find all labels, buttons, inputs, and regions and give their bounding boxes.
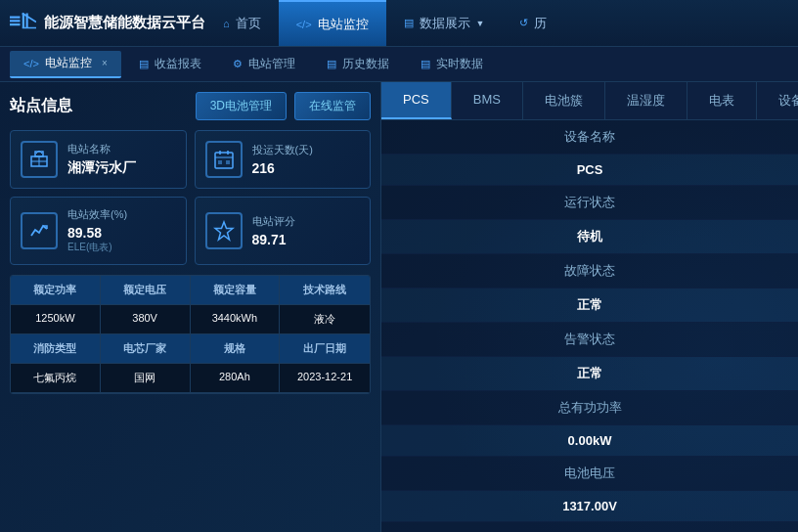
left-panel: 站点信息 3D电池管理 在线监管 电站名称: [0, 82, 381, 532]
efficiency-icon: [21, 212, 58, 249]
home-icon: ⌂: [223, 18, 230, 29]
tab-gear-icon: ⚙: [233, 58, 243, 70]
tab-station-management[interactable]: ⚙ 电站管理: [219, 51, 309, 78]
efficiency-value: 89.58: [67, 225, 176, 241]
score-icon: [205, 212, 243, 249]
specs-v5: 七氟丙烷: [11, 364, 101, 393]
specs-h3: 额定容量: [191, 276, 281, 305]
top-navigation: 能源智慧储能数据云平台 ⌂ 首页 </> 电站监控 ▤ 数据展示 ▼ ↺ 历: [0, 0, 798, 47]
panel-title: 站点信息: [10, 96, 72, 116]
data-row-2: 运行状态: [381, 186, 798, 220]
tab-code-icon: </>: [23, 58, 39, 69]
tab-station-monitor-label: 电站监控: [45, 55, 92, 71]
right-tab-meter[interactable]: 电表: [687, 82, 757, 119]
tab-station-monitor[interactable]: </> 电站监控 ×: [10, 51, 121, 78]
specs-v6: 国网: [101, 364, 191, 393]
score-value: 89.71: [252, 232, 361, 247]
days-card: 投运天数(天) 216: [195, 130, 372, 189]
right-tab-device[interactable]: 设备: [757, 82, 798, 119]
data-row-3: 待机: [381, 220, 798, 254]
days-icon: [205, 141, 243, 178]
efficiency-content: 电站效率(%) 89.58 ELE(电表): [67, 207, 176, 254]
data-row-8: 总有功功率: [381, 391, 798, 425]
code-icon: </>: [296, 19, 312, 30]
efficiency-label: 电站效率(%): [67, 207, 176, 222]
svg-rect-1: [10, 20, 21, 22]
close-icon[interactable]: ×: [102, 58, 108, 68]
specs-h4: 技术路线: [280, 276, 370, 305]
svg-rect-0: [10, 16, 21, 18]
tab-revenue-report-label: 收益报表: [155, 56, 201, 72]
score-content: 电站评分 89.71: [252, 214, 361, 247]
nav-data-display[interactable]: ▤ 数据展示 ▼: [386, 0, 503, 46]
info-cards: 电站名称 湘潭污水厂 投运天数(天): [10, 130, 371, 265]
specs-v8: 2023-12-21: [280, 364, 370, 393]
score-card: 电站评分 89.71: [195, 197, 372, 265]
tab-realtime-data-label: 实时数据: [436, 56, 483, 72]
specs-v2: 380V: [101, 305, 191, 334]
efficiency-sub: ELE(电表): [67, 241, 176, 254]
logo-area: 能源智慧储能数据云平台: [10, 10, 205, 37]
data-row-0: 设备名称: [381, 120, 798, 155]
specs-v1: 1250kW: [11, 305, 101, 334]
score-label: 电站评分: [252, 214, 361, 229]
svg-marker-17: [215, 222, 233, 240]
history-icon: ↺: [519, 17, 528, 29]
station-name-label: 电站名称: [67, 142, 176, 156]
logo-text: 能源智慧储能数据云平台: [44, 14, 205, 32]
station-name-content: 电站名称 湘潭污水厂: [67, 142, 176, 177]
tab-realtime-icon: ▤: [421, 58, 430, 70]
right-tab-battery-cluster-label: 电池簇: [545, 93, 583, 108]
svg-rect-11: [215, 153, 233, 168]
specs-h1: 额定功率: [11, 276, 101, 305]
tab-station-management-label: 电站管理: [248, 56, 295, 72]
nav-history-label: 历: [534, 15, 547, 32]
nav-data-display-label: 数据展示: [420, 15, 470, 32]
nav-history[interactable]: ↺ 历: [502, 0, 564, 46]
specs-data-row2: 七氟丙烷 国网 280Ah 2023-12-21: [11, 364, 370, 393]
3d-battery-btn[interactable]: 3D电池管理: [196, 92, 287, 120]
days-content: 投运天数(天) 216: [252, 143, 361, 176]
svg-rect-2: [10, 23, 21, 25]
specs-h5: 消防类型: [11, 334, 101, 364]
days-label: 投运天数(天): [252, 143, 361, 157]
data-row-9: 0.00kW: [381, 425, 798, 457]
right-tab-meter-label: 电表: [709, 93, 734, 108]
specs-v7: 280Ah: [191, 364, 281, 393]
tab-doc-icon: ▤: [139, 58, 149, 70]
chevron-down-icon: ▼: [476, 19, 485, 28]
station-name-value: 湘潭污水厂: [67, 159, 176, 177]
specs-h2: 额定电压: [101, 276, 191, 305]
nav-station-monitor[interactable]: </> 电站监控: [279, 0, 386, 46]
data-row-6: 告警状态: [381, 323, 798, 357]
specs-table: 额定功率 额定电压 额定容量 技术路线 1250kW 380V 3440kWh …: [10, 275, 371, 394]
right-tab-pcs-label: PCS: [403, 92, 429, 107]
station-icon: [21, 141, 58, 178]
specs-data-row1: 1250kW 380V 3440kWh 液冷: [11, 305, 370, 334]
right-tab-temp-humidity[interactable]: 温湿度: [605, 82, 687, 119]
nav-home-label: 首页: [236, 15, 261, 32]
right-tab-battery-cluster[interactable]: 电池簇: [523, 82, 605, 119]
right-tab-pcs[interactable]: PCS: [381, 82, 452, 119]
right-tab-bms[interactable]: BMS: [452, 82, 523, 119]
data-row-11: 1317.00V: [381, 491, 798, 522]
right-tab-temp-humidity-label: 温湿度: [627, 93, 665, 108]
second-navigation: </> 电站监控 × ▤ 收益报表 ⚙ 电站管理 ▤ 历史数据 ▤ 实时数据: [0, 47, 798, 82]
tab-revenue-report[interactable]: ▤ 收益报表: [125, 51, 215, 78]
data-row-5: 正常: [381, 288, 798, 323]
specs-h6: 电芯厂家: [101, 334, 191, 364]
data-row-7: 正常: [381, 357, 798, 391]
data-row-12: 直流电流: [381, 522, 798, 532]
nav-home[interactable]: ⌂ 首页: [205, 0, 279, 46]
right-tab-device-label: 设备: [778, 93, 798, 108]
efficiency-card: 电站效率(%) 89.58 ELE(电表): [10, 197, 187, 265]
specs-v4: 液冷: [280, 305, 370, 334]
panel-header: 站点信息 3D电池管理 在线监管: [10, 92, 371, 120]
tab-realtime-data[interactable]: ▤ 实时数据: [407, 51, 497, 78]
online-monitor-btn[interactable]: 在线监管: [294, 92, 371, 120]
station-name-card: 电站名称 湘潭污水厂: [10, 130, 187, 189]
tab-history-data[interactable]: ▤ 历史数据: [313, 51, 403, 78]
specs-h8: 出厂日期: [280, 334, 370, 364]
nav-station-monitor-label: 电站监控: [318, 16, 369, 33]
panel-buttons: 3D电池管理 在线监管: [196, 92, 371, 120]
